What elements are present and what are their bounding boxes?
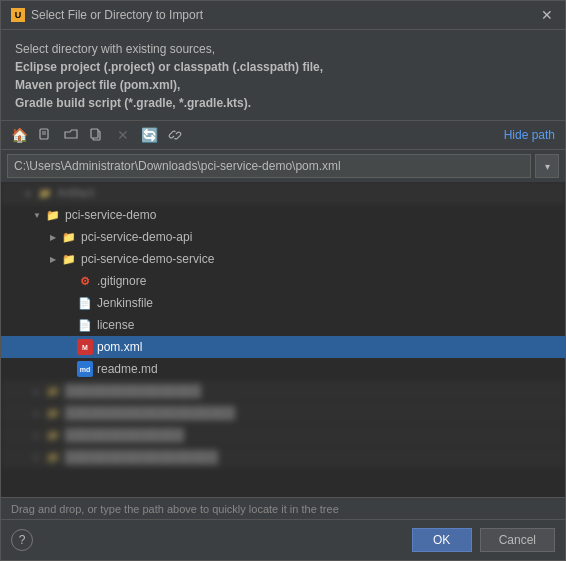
tree-label: Artifact <box>57 186 94 200</box>
new-folder-button[interactable] <box>59 123 83 147</box>
folder-icon: 📁 <box>45 405 61 421</box>
tree-item-pci-service-demo[interactable]: ▼ 📁 pci-service-demo <box>1 204 565 226</box>
tree-label: pci-service-demo <box>65 208 156 222</box>
tree-item-pom-xml[interactable]: M pom.xml <box>1 336 565 358</box>
tree-item-blurred-2: ▶ 📁 ████████████████████ <box>1 402 565 424</box>
folder-icon: 📁 <box>45 427 61 443</box>
hide-path-button[interactable]: Hide path <box>500 128 559 142</box>
tree-item-artifact[interactable]: ▶ 📁 Artifact <box>1 182 565 204</box>
tree-item-blurred-3: ▶ 📁 ██████████████ <box>1 424 565 446</box>
dialog: U Select File or Directory to Import ✕ S… <box>0 0 566 561</box>
home-button[interactable]: 🏠 <box>7 123 31 147</box>
tree-label: readme.md <box>97 362 158 376</box>
tree-arrow: ▶ <box>21 189 37 198</box>
desc-line3: Maven project file (pom.xml), <box>15 78 180 92</box>
license-icon: 📄 <box>77 317 93 333</box>
status-text: Drag and drop, or type the path above to… <box>11 503 339 515</box>
tree-label: pom.xml <box>97 340 142 354</box>
tree-label: pci-service-demo-service <box>81 252 214 266</box>
delete-button[interactable]: ✕ <box>111 123 135 147</box>
folder-icon: 📁 <box>45 383 61 399</box>
tree-arrow: ▶ <box>45 233 61 242</box>
toolbar: 🏠 ✕ 🔄 Hide path <box>1 120 565 150</box>
app-icon: U <box>11 8 25 22</box>
tree-label: pci-service-demo-api <box>81 230 192 244</box>
svg-rect-4 <box>91 129 98 138</box>
path-input[interactable] <box>7 154 531 178</box>
refresh-button[interactable]: 🔄 <box>137 123 161 147</box>
tree-item-jenkinsfile[interactable]: 📄 Jenkinsfile <box>1 292 565 314</box>
tree-item-blurred-1: ▶ 📁 ████████████████ <box>1 380 565 402</box>
pom-xml-icon: M <box>77 339 93 355</box>
tree-arrow: ▶ <box>29 387 45 396</box>
close-button[interactable]: ✕ <box>539 7 555 23</box>
tree-item-pci-service-demo-api[interactable]: ▶ 📁 pci-service-demo-api <box>1 226 565 248</box>
description-area: Select directory with existing sources, … <box>1 30 565 120</box>
copy-button[interactable] <box>85 123 109 147</box>
tree-arrow: ▼ <box>29 211 45 220</box>
tree-label: ██████████████ <box>65 428 184 442</box>
new-file-button[interactable] <box>33 123 57 147</box>
tree-item-gitignore[interactable]: ⚙ .gitignore <box>1 270 565 292</box>
folder-icon: 📁 <box>45 207 61 223</box>
title-bar: U Select File or Directory to Import ✕ <box>1 1 565 30</box>
status-bar: Drag and drop, or type the path above to… <box>1 497 565 519</box>
tree-label: ████████████████ <box>65 384 201 398</box>
git-icon: ⚙ <box>77 273 93 289</box>
cancel-button[interactable]: Cancel <box>480 528 555 552</box>
tree-arrow: ▶ <box>29 409 45 418</box>
desc-line1: Select directory with existing sources, <box>15 42 215 56</box>
jenkins-icon: 📄 <box>77 295 93 311</box>
readme-icon: md <box>77 361 93 377</box>
tree-arrow: ▶ <box>29 431 45 440</box>
path-dropdown-button[interactable]: ▾ <box>535 154 559 178</box>
desc-line4: Gradle build script (*.gradle, *.gradle.… <box>15 96 251 110</box>
tree-item-blurred-4: ▶ 📁 ██████████████████ <box>1 446 565 468</box>
dialog-title: Select File or Directory to Import <box>31 8 533 22</box>
button-row: ? OK Cancel <box>1 519 565 560</box>
path-row: ▾ <box>1 150 565 182</box>
folder-icon: 📁 <box>61 251 77 267</box>
tree-item-pci-service-demo-service[interactable]: ▶ 📁 pci-service-demo-service <box>1 248 565 270</box>
desc-line2: Eclipse project (.project) or classpath … <box>15 60 323 74</box>
tree-item-license[interactable]: 📄 license <box>1 314 565 336</box>
tree-arrow: ▶ <box>29 453 45 462</box>
tree-label: ██████████████████ <box>65 450 218 464</box>
help-button[interactable]: ? <box>11 529 33 551</box>
folder-icon: 📁 <box>61 229 77 245</box>
tree-item-readme-md[interactable]: md readme.md <box>1 358 565 380</box>
folder-icon: 📁 <box>37 185 53 201</box>
tree-label: license <box>97 318 134 332</box>
folder-icon: 📁 <box>45 449 61 465</box>
tree-arrow: ▶ <box>45 255 61 264</box>
tree-label: Jenkinsfile <box>97 296 153 310</box>
file-tree[interactable]: ▶ 📁 Artifact ▼ 📁 pci-service-demo ▶ 📁 pc… <box>1 182 565 497</box>
ok-button[interactable]: OK <box>412 528 472 552</box>
tree-label: .gitignore <box>97 274 146 288</box>
link-button[interactable] <box>163 123 187 147</box>
tree-label: ████████████████████ <box>65 406 235 420</box>
